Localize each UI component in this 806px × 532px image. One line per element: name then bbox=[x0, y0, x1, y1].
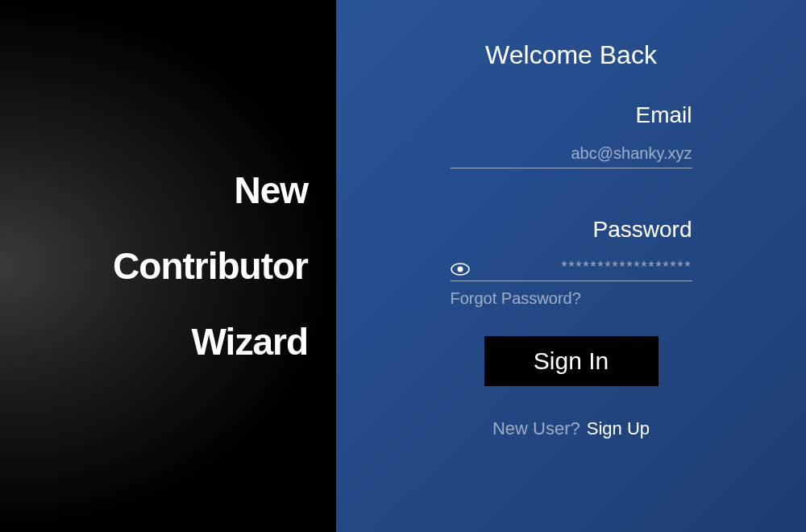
signup-link[interactable]: Sign Up bbox=[587, 418, 650, 439]
brand-line-2: Contributor bbox=[113, 247, 308, 285]
email-input-row bbox=[451, 144, 692, 168]
brand-line-1: New bbox=[234, 172, 308, 209]
signup-row: New User? Sign Up bbox=[492, 418, 650, 439]
login-panel: Welcome Back Email Password Forgot Passw… bbox=[336, 0, 806, 532]
forgot-password-link[interactable]: Forgot Password? bbox=[451, 289, 581, 307]
email-input[interactable] bbox=[451, 144, 692, 163]
brand-line-3: Wizard bbox=[192, 323, 308, 360]
eye-icon[interactable] bbox=[451, 262, 470, 276]
email-label: Email bbox=[451, 102, 692, 128]
password-section: Password Forgot Password? bbox=[451, 217, 692, 308]
password-label: Password bbox=[451, 217, 692, 243]
signin-button[interactable]: Sign In bbox=[484, 336, 659, 386]
password-input-row bbox=[451, 259, 692, 281]
login-form: Email Password Forgot Password? bbox=[451, 102, 692, 308]
signup-prefix: New User? bbox=[492, 418, 580, 439]
svg-point-1 bbox=[457, 266, 463, 272]
welcome-heading: Welcome Back bbox=[485, 40, 657, 70]
brand-panel: New Contributor Wizard bbox=[0, 0, 336, 532]
password-input[interactable] bbox=[482, 259, 692, 276]
